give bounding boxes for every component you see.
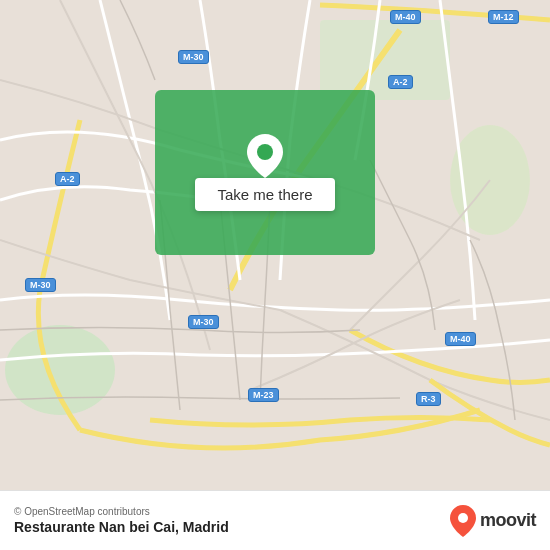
- bottom-bar: © OpenStreetMap contributors Restaurante…: [0, 490, 550, 550]
- location-pin-icon: [247, 134, 283, 170]
- road-badge-m30-left: M-30: [25, 278, 56, 292]
- road-badge-m40-top: M-40: [390, 10, 421, 24]
- svg-point-5: [257, 144, 273, 160]
- road-badge-r3: R-3: [416, 392, 441, 406]
- road-badge-m30-top: M-30: [178, 50, 209, 64]
- road-badge-m30-bottom: M-30: [188, 315, 219, 329]
- map-container: M-40 M-12 M-30 A-2 A-2 M-30 M-30 M-23 M-…: [0, 0, 550, 490]
- svg-point-6: [458, 513, 468, 523]
- road-badge-m12: M-12: [488, 10, 519, 24]
- road-badge-m40-right: M-40: [445, 332, 476, 346]
- road-badge-a2-right: A-2: [388, 75, 413, 89]
- destination-overlay: Take me there: [155, 90, 375, 255]
- bottom-left-info: © OpenStreetMap contributors Restaurante…: [14, 506, 229, 535]
- road-badge-a2-left: A-2: [55, 172, 80, 186]
- take-me-there-button[interactable]: Take me there: [195, 178, 334, 211]
- map-attribution: © OpenStreetMap contributors: [14, 506, 229, 517]
- moovit-logo-icon: [450, 505, 476, 537]
- moovit-logo-text: moovit: [480, 510, 536, 531]
- location-name: Restaurante Nan bei Cai, Madrid: [14, 519, 229, 535]
- svg-rect-2: [320, 20, 450, 100]
- moovit-logo: moovit: [450, 505, 536, 537]
- road-badge-m23: M-23: [248, 388, 279, 402]
